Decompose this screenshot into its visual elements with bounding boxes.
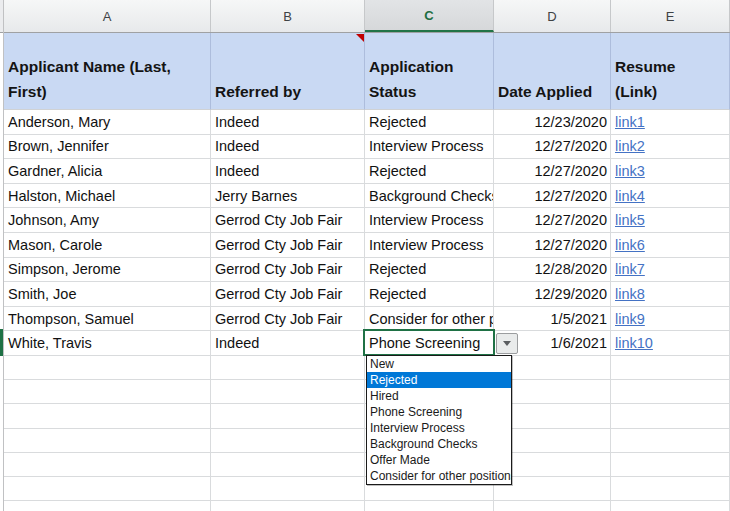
empty-cell[interactable] bbox=[211, 477, 365, 501]
empty-cell[interactable] bbox=[211, 501, 365, 511]
empty-cell[interactable] bbox=[611, 453, 730, 477]
cell-referred-by[interactable]: Gerrod Cty Job Fair bbox=[211, 233, 365, 258]
cell-referred-by[interactable]: Gerrod Cty Job Fair bbox=[211, 208, 365, 233]
header-referred-by[interactable]: Referred by bbox=[211, 33, 365, 110]
cell-resume-link[interactable]: link6 bbox=[611, 233, 730, 258]
cell-referred-by[interactable]: Indeed bbox=[211, 331, 365, 356]
cell-date-applied[interactable]: 1/5/2021 bbox=[494, 307, 611, 332]
spreadsheet: A B C D E Applicant Name (Last, First) R… bbox=[0, 0, 730, 511]
dropdown-item[interactable]: Interview Process bbox=[367, 420, 511, 436]
dropdown-item[interactable]: Offer Made bbox=[367, 452, 511, 468]
cell-application-status[interactable]: Rejected bbox=[365, 282, 494, 307]
empty-cell[interactable] bbox=[4, 380, 211, 404]
cell-applicant-name[interactable]: Smith, Joe bbox=[4, 282, 211, 307]
column-header-d[interactable]: D bbox=[494, 0, 611, 32]
table-row: Simpson, Jerome Gerrod Cty Job Fair Reje… bbox=[4, 258, 730, 283]
cell-application-status[interactable]: Rejected bbox=[365, 258, 494, 283]
empty-cell[interactable] bbox=[4, 453, 211, 477]
dropdown-item[interactable]: Consider for other positions bbox=[367, 468, 511, 484]
cell-resume-link[interactable]: link7 bbox=[611, 258, 730, 283]
empty-cell[interactable] bbox=[611, 404, 730, 428]
empty-cell[interactable] bbox=[211, 453, 365, 477]
cell-referred-by[interactable]: Gerrod Cty Job Fair bbox=[211, 282, 365, 307]
header-resume-link[interactable]: Resume (Link) bbox=[611, 33, 730, 110]
cell-date-applied[interactable]: 12/27/2020 bbox=[494, 159, 611, 184]
cell-resume-link[interactable]: link9 bbox=[611, 307, 730, 332]
cell-resume-link[interactable]: link5 bbox=[611, 208, 730, 233]
empty-cell[interactable] bbox=[4, 477, 211, 501]
column-header-a[interactable]: A bbox=[4, 0, 211, 32]
cell-resume-link[interactable]: link1 bbox=[611, 110, 730, 135]
cell-application-status[interactable]: Rejected bbox=[365, 159, 494, 184]
cell-date-applied[interactable]: 12/28/2020 bbox=[494, 258, 611, 283]
cell-referred-by[interactable]: Jerry Barnes bbox=[211, 184, 365, 209]
header-application-status[interactable]: Application Status bbox=[365, 33, 494, 110]
cell-application-status[interactable]: Rejected bbox=[365, 110, 494, 135]
cell-resume-link[interactable]: link10 bbox=[611, 331, 730, 356]
table-row: Johnson, Amy Gerrod Cty Job Fair Intervi… bbox=[4, 208, 730, 233]
cell-referred-by[interactable]: Indeed bbox=[211, 159, 365, 184]
cell-resume-link[interactable]: link4 bbox=[611, 184, 730, 209]
cell-applicant-name[interactable]: White, Travis bbox=[4, 331, 211, 356]
dropdown-item[interactable]: Phone Screening bbox=[367, 404, 511, 420]
empty-cell[interactable] bbox=[4, 501, 211, 511]
table-row: Smith, Joe Gerrod Cty Job Fair Rejected … bbox=[4, 282, 730, 307]
cell-applicant-name[interactable]: Mason, Carole bbox=[4, 233, 211, 258]
header-applicant-name[interactable]: Applicant Name (Last, First) bbox=[4, 33, 211, 110]
cell-resume-link[interactable]: link2 bbox=[611, 135, 730, 160]
empty-cell[interactable] bbox=[611, 477, 730, 501]
cell-application-status[interactable]: Phone Screening bbox=[365, 331, 494, 356]
cell-date-applied[interactable]: 12/27/2020 bbox=[494, 135, 611, 160]
cell-date-applied[interactable]: 12/27/2020 bbox=[494, 233, 611, 258]
column-header-b[interactable]: B bbox=[211, 0, 365, 32]
cell-referred-by[interactable]: Gerrod Cty Job Fair bbox=[211, 258, 365, 283]
cell-referred-by[interactable]: Indeed bbox=[211, 135, 365, 160]
empty-cell[interactable] bbox=[211, 429, 365, 453]
cell-application-status[interactable]: Consider for other positions bbox=[365, 307, 494, 332]
cell-applicant-name[interactable]: Brown, Jennifer bbox=[4, 135, 211, 160]
cell-applicant-name[interactable]: Halston, Michael bbox=[4, 184, 211, 209]
cell-applicant-name[interactable]: Gardner, Alicia bbox=[4, 159, 211, 184]
empty-cell[interactable] bbox=[211, 380, 365, 404]
cell-resume-link[interactable]: link3 bbox=[611, 159, 730, 184]
dropdown-arrow-button[interactable] bbox=[496, 333, 518, 354]
table-header-row: Applicant Name (Last, First) Referred by… bbox=[4, 33, 730, 110]
selected-row-indicator bbox=[0, 329, 3, 356]
cell-applicant-name[interactable]: Anderson, Mary bbox=[4, 110, 211, 135]
cell-application-status[interactable]: Interview Process bbox=[365, 233, 494, 258]
header-date-applied[interactable]: Date Applied bbox=[494, 33, 611, 110]
cell-date-applied[interactable]: 12/27/2020 bbox=[494, 184, 611, 209]
cell-applicant-name[interactable]: Johnson, Amy bbox=[4, 208, 211, 233]
column-header-c[interactable]: C bbox=[365, 0, 494, 32]
empty-cell[interactable] bbox=[611, 429, 730, 453]
empty-cell[interactable] bbox=[611, 380, 730, 404]
dropdown-item[interactable]: Rejected bbox=[367, 372, 511, 388]
cell-resume-link[interactable]: link8 bbox=[611, 282, 730, 307]
cell-application-status[interactable]: Interview Process bbox=[365, 135, 494, 160]
empty-cell[interactable] bbox=[494, 501, 611, 511]
dropdown-item[interactable]: New bbox=[367, 356, 511, 372]
table-row: Halston, Michael Jerry Barnes Background… bbox=[4, 184, 730, 209]
cell-date-applied[interactable]: 12/29/2020 bbox=[494, 282, 611, 307]
empty-cell[interactable] bbox=[611, 501, 730, 511]
dropdown-item[interactable]: Background Checks bbox=[367, 436, 511, 452]
table-row: Thompson, Samuel Gerrod Cty Job Fair Con… bbox=[4, 307, 730, 332]
table-row: Gardner, Alicia Indeed Rejected 12/27/20… bbox=[4, 159, 730, 184]
cell-date-applied[interactable]: 12/23/2020 bbox=[494, 110, 611, 135]
empty-cell[interactable] bbox=[4, 429, 211, 453]
empty-cell[interactable] bbox=[4, 404, 211, 428]
cell-application-status[interactable]: Interview Process bbox=[365, 208, 494, 233]
cell-applicant-name[interactable]: Simpson, Jerome bbox=[4, 258, 211, 283]
empty-cell[interactable] bbox=[365, 501, 494, 511]
dropdown-item[interactable]: Hired bbox=[367, 388, 511, 404]
empty-cell[interactable] bbox=[611, 356, 730, 380]
cell-application-status[interactable]: Background Checks bbox=[365, 184, 494, 209]
cell-referred-by[interactable]: Gerrod Cty Job Fair bbox=[211, 307, 365, 332]
column-header-e[interactable]: E bbox=[611, 0, 730, 32]
cell-referred-by[interactable]: Indeed bbox=[211, 110, 365, 135]
empty-cell[interactable] bbox=[4, 356, 211, 380]
empty-cell[interactable] bbox=[211, 356, 365, 380]
cell-applicant-name[interactable]: Thompson, Samuel bbox=[4, 307, 211, 332]
empty-cell[interactable] bbox=[211, 404, 365, 428]
cell-date-applied[interactable]: 12/27/2020 bbox=[494, 208, 611, 233]
